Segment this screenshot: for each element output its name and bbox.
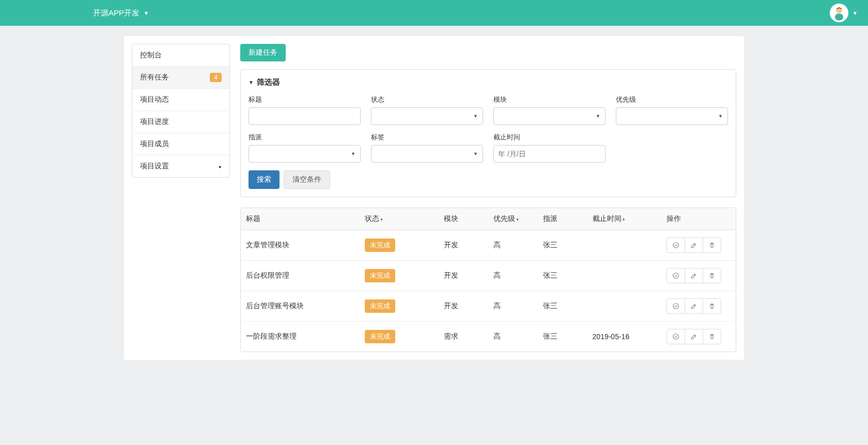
sidebar-item-all-tasks[interactable]: 所有任务 4 bbox=[132, 67, 229, 89]
sidebar-item-progress[interactable]: 项目进度 bbox=[132, 111, 229, 133]
delete-button[interactable] bbox=[703, 298, 721, 314]
cell-status: 未完成 bbox=[360, 261, 439, 291]
cell-priority: 高 bbox=[488, 322, 538, 352]
sidebar-item-activity[interactable]: 项目动态 bbox=[132, 89, 229, 111]
search-button[interactable]: 搜索 bbox=[249, 170, 280, 189]
cell-title: 后台管理账号模块 bbox=[241, 291, 360, 322]
cell-assignee: 张三 bbox=[538, 291, 587, 322]
filter-deadline-label: 截止时间 bbox=[493, 133, 606, 142]
sidebar-item-label: 项目成员 bbox=[140, 139, 169, 149]
filter-panel-toggle[interactable]: ▼ 筛选器 bbox=[249, 77, 728, 87]
status-badge: 未完成 bbox=[365, 330, 395, 343]
project-selector-dropdown[interactable]: 开源APP开发 ▼ bbox=[93, 8, 149, 18]
cell-status: 未完成 bbox=[360, 230, 439, 261]
th-priority[interactable]: 优先级♦ bbox=[488, 208, 538, 230]
sort-icon: ♦ bbox=[516, 216, 519, 222]
main-container: 控制台 所有任务 4 项目动态 项目进度 项目成员 项目设置 ▸ 新建任务 ▼ … bbox=[124, 36, 744, 360]
filter-module-select[interactable] bbox=[493, 107, 606, 125]
complete-button[interactable] bbox=[667, 329, 685, 344]
task-table-panel: 标题 状态♦ 模块 优先级♦ 指派 截止时间♦ 操作 文章管理模块未完成开发高张… bbox=[240, 208, 736, 352]
filter-tag-label: 标签 bbox=[371, 133, 483, 142]
filter-panel: ▼ 筛选器 标题 状态 模块 优先级 bbox=[240, 69, 736, 197]
status-badge: 未完成 bbox=[365, 239, 395, 252]
chevron-right-icon: ▸ bbox=[219, 164, 222, 169]
filter-status-label: 状态 bbox=[371, 95, 483, 104]
filter-priority-label: 优先级 bbox=[616, 95, 728, 104]
edit-button[interactable] bbox=[685, 329, 703, 344]
table-row: 文章管理模块未完成开发高张三 bbox=[241, 230, 736, 261]
cell-deadline bbox=[587, 230, 662, 261]
cell-title: 文章管理模块 bbox=[241, 230, 360, 261]
task-table: 标题 状态♦ 模块 优先级♦ 指派 截止时间♦ 操作 文章管理模块未完成开发高张… bbox=[241, 208, 736, 352]
delete-button[interactable] bbox=[703, 237, 721, 253]
sidebar-item-label: 项目进度 bbox=[140, 117, 169, 126]
cell-actions bbox=[661, 261, 736, 291]
reset-button[interactable]: 清空条件 bbox=[284, 170, 330, 189]
sidebar-item-label: 所有任务 bbox=[140, 73, 169, 82]
topbar: 开源APP开发 ▼ ▼ bbox=[0, 0, 868, 26]
cell-assignee: 张三 bbox=[538, 230, 587, 261]
filter-status-select[interactable] bbox=[371, 107, 483, 125]
th-deadline[interactable]: 截止时间♦ bbox=[587, 208, 662, 230]
caret-down-icon: ▼ bbox=[144, 10, 149, 16]
filter-deadline-input[interactable] bbox=[493, 145, 606, 163]
task-count-badge: 4 bbox=[210, 73, 222, 82]
svg-point-3 bbox=[673, 243, 679, 248]
status-badge: 未完成 bbox=[365, 269, 395, 282]
cell-title: 一阶段需求整理 bbox=[241, 322, 360, 352]
cell-assignee: 张三 bbox=[538, 322, 587, 352]
filter-priority-select[interactable] bbox=[616, 107, 728, 125]
complete-button[interactable] bbox=[667, 268, 685, 283]
filter-panel-title: 筛选器 bbox=[257, 77, 280, 87]
svg-point-4 bbox=[673, 273, 679, 279]
svg-rect-2 bbox=[835, 14, 843, 21]
cell-deadline: 2019-05-16 bbox=[587, 322, 662, 352]
cell-module: 需求 bbox=[439, 322, 488, 352]
sidebar-item-members[interactable]: 项目成员 bbox=[132, 133, 229, 155]
filter-assignee-select[interactable] bbox=[249, 145, 361, 163]
cell-actions bbox=[661, 291, 736, 322]
cell-priority: 高 bbox=[488, 291, 538, 322]
user-avatar[interactable] bbox=[830, 4, 848, 22]
table-row: 后台权限管理未完成开发高张三 bbox=[241, 261, 736, 291]
caret-down-icon[interactable]: ▼ bbox=[853, 10, 858, 16]
main-content: 新建任务 ▼ 筛选器 标题 状态 模块 bbox=[240, 44, 736, 352]
complete-button[interactable] bbox=[667, 237, 685, 253]
cell-actions bbox=[661, 322, 736, 352]
sidebar-item-label: 项目设置 bbox=[140, 162, 169, 171]
new-task-button[interactable]: 新建任务 bbox=[240, 44, 286, 61]
filter-tag-select[interactable] bbox=[371, 145, 483, 163]
edit-button[interactable] bbox=[685, 298, 703, 314]
cell-module: 开发 bbox=[439, 261, 488, 291]
cell-module: 开发 bbox=[439, 291, 488, 322]
edit-button[interactable] bbox=[685, 237, 703, 253]
delete-button[interactable] bbox=[703, 329, 721, 344]
complete-button[interactable] bbox=[667, 298, 685, 314]
sidebar-item-label: 控制台 bbox=[140, 51, 162, 60]
cell-status: 未完成 bbox=[360, 291, 439, 322]
svg-point-5 bbox=[673, 304, 679, 309]
sidebar-item-dashboard[interactable]: 控制台 bbox=[132, 44, 229, 67]
th-assignee[interactable]: 指派 bbox=[538, 208, 587, 230]
cell-priority: 高 bbox=[488, 261, 538, 291]
sidebar-item-settings[interactable]: 项目设置 ▸ bbox=[132, 155, 229, 177]
th-title[interactable]: 标题 bbox=[241, 208, 360, 230]
sidebar: 控制台 所有任务 4 项目动态 项目进度 项目成员 项目设置 ▸ bbox=[132, 44, 230, 178]
caret-down-icon: ▼ bbox=[249, 80, 254, 85]
table-row: 一阶段需求整理未完成需求高张三2019-05-16 bbox=[241, 322, 736, 352]
edit-button[interactable] bbox=[685, 268, 703, 283]
th-status[interactable]: 状态♦ bbox=[360, 208, 439, 230]
delete-button[interactable] bbox=[703, 268, 721, 283]
cell-deadline bbox=[587, 261, 662, 291]
filter-title-label: 标题 bbox=[249, 95, 361, 104]
sort-icon: ♦ bbox=[380, 216, 383, 222]
sidebar-item-label: 项目动态 bbox=[140, 95, 169, 104]
cell-priority: 高 bbox=[488, 230, 538, 261]
table-row: 后台管理账号模块未完成开发高张三 bbox=[241, 291, 736, 322]
th-module[interactable]: 模块 bbox=[439, 208, 488, 230]
svg-point-6 bbox=[673, 334, 679, 340]
th-actions: 操作 bbox=[661, 208, 736, 230]
filter-title-input[interactable] bbox=[249, 107, 361, 125]
filter-module-label: 模块 bbox=[493, 95, 606, 104]
cell-actions bbox=[661, 230, 736, 261]
